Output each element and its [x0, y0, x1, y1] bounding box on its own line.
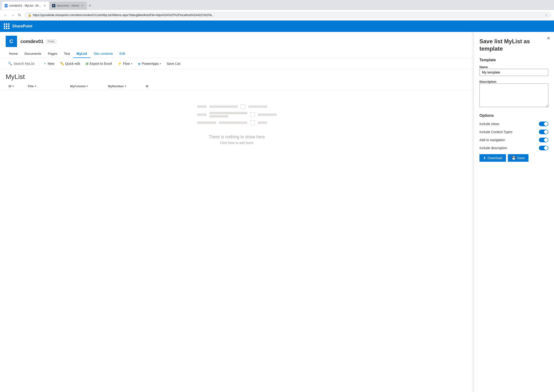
forward-button[interactable]: →: [10, 12, 16, 18]
sk-7: [258, 113, 277, 116]
sk-4: [197, 113, 207, 116]
search-label: Search MyList: [14, 62, 35, 65]
site-header: C comdev01 Public Home Documents Pages T…: [0, 32, 474, 58]
site-initial: C: [9, 38, 13, 44]
template-description-input[interactable]: [479, 84, 548, 107]
option-include-description: Include description: [479, 146, 548, 150]
tab-1[interactable]: SP comdev01 - MyList - All Items ✕: [2, 2, 49, 10]
save-list-label: Save List: [167, 62, 180, 65]
save-label: Save: [517, 156, 525, 160]
waffle-dot: [4, 26, 5, 27]
site-name: comdev01: [20, 39, 43, 44]
url-bar[interactable]: 🔒 https://ypcodelab.sharepoint.com/sites…: [24, 12, 551, 18]
template-section-title: Template: [479, 58, 548, 62]
bookmark-icon[interactable]: ☆: [545, 14, 548, 17]
sk-img-1: [241, 104, 245, 109]
skeleton-rows: [197, 104, 277, 125]
skeleton-row-2: [197, 112, 277, 118]
export-to-excel-button[interactable]: ⊞ Export to Excel: [83, 60, 114, 67]
toggle-knob: [544, 130, 548, 134]
tab1-favicon: SP: [5, 4, 7, 7]
waffle-dot: [8, 23, 9, 25]
options-section-title: Options: [479, 113, 548, 118]
flow-icon: ⚡: [118, 62, 122, 65]
save-template-panel: ✕ Save list MyList as template Template …: [474, 32, 554, 392]
powerapps-chevron-icon: ▾: [160, 63, 161, 65]
waffle-dot: [6, 28, 7, 29]
sk-8: [197, 121, 216, 124]
new-tab-button[interactable]: +: [87, 2, 93, 9]
template-name-input[interactable]: [479, 69, 548, 76]
url-text: https://ypcodelab.sharepoint.com/sites/c…: [33, 14, 544, 17]
toggle-knob: [544, 122, 548, 126]
col-title[interactable]: Title ▾: [25, 83, 67, 90]
quick-edit-label: Quick edit: [65, 62, 80, 65]
waffle-menu[interactable]: [4, 23, 9, 29]
app-container: SharePoint C comdev01 Public: [0, 21, 554, 392]
col-id[interactable]: ID ▾: [6, 83, 25, 90]
save-icon: 💾: [512, 156, 516, 160]
panel-footer: ⬇ Download 💾 Save: [479, 154, 548, 162]
list-title-area: MyList: [0, 69, 474, 83]
include-views-toggle[interactable]: [539, 121, 548, 126]
sort-icon: ▾: [125, 85, 126, 87]
col-m[interactable]: M: [143, 83, 151, 90]
description-label: Description: [479, 80, 496, 84]
waffle-dot: [8, 28, 9, 29]
tab2-title: devcomm - Home: [57, 4, 79, 7]
nav-edit[interactable]: Edit: [116, 50, 129, 58]
nav-test[interactable]: Test: [61, 50, 73, 58]
tab1-close[interactable]: ✕: [43, 4, 46, 8]
col-mycolumn[interactable]: MyColumn ▾: [67, 83, 105, 90]
skeleton-row-1: [197, 104, 277, 109]
tab2-favicon: S: [52, 4, 55, 7]
tab-bar: SP comdev01 - MyList - All Items ✕ S dev…: [0, 0, 554, 10]
download-button[interactable]: ⬇ Download: [479, 154, 506, 162]
sharepoint-logo: SharePoint: [12, 24, 32, 28]
col-mynumber[interactable]: MyNumber ▾: [105, 83, 143, 90]
sk-10: [258, 121, 267, 124]
sort-icon: ▾: [13, 85, 14, 87]
tab2-close[interactable]: ✕: [81, 4, 84, 8]
sk-3: [248, 105, 267, 108]
tab-2[interactable]: S devcomm - Home ✕: [49, 2, 87, 10]
list-table: ID ▾ Title ▾ MyColumn ▾ MyNumber ▾: [0, 83, 474, 159]
search-mylist[interactable]: 🔍 Search MyList: [6, 60, 37, 67]
site-icon: C: [6, 36, 17, 47]
nav-mylist[interactable]: MyList: [73, 50, 90, 58]
include-description-label: Include description: [479, 146, 507, 150]
option-include-views: Include views: [479, 121, 548, 126]
flow-label: Flow: [123, 62, 130, 65]
sk-2: [209, 105, 238, 108]
browser-chrome: SP comdev01 - MyList - All Items ✕ S dev…: [0, 0, 554, 21]
sp-main-content: C comdev01 Public Home Documents Pages T…: [0, 32, 474, 392]
flow-button[interactable]: ⚡ Flow ▾: [115, 60, 135, 67]
lock-icon: 🔒: [28, 14, 31, 17]
nav-site-contents[interactable]: Site contents: [90, 50, 116, 58]
list-header: ID ▾ Title ▾ MyColumn ▾ MyNumber ▾: [0, 83, 474, 90]
nav-pages[interactable]: Pages: [44, 50, 61, 58]
nav-documents[interactable]: Documents: [21, 50, 44, 58]
include-content-types-toggle[interactable]: [539, 130, 548, 134]
back-button[interactable]: ←: [3, 12, 8, 18]
add-to-navigation-toggle[interactable]: [539, 138, 548, 142]
save-list-button[interactable]: Save List: [164, 60, 183, 67]
command-bar: 🔍 Search MyList ＋ New ✏️ Quick edit ⊞ Ex…: [0, 58, 474, 69]
excel-icon: ⊞: [86, 62, 88, 65]
add-to-navigation-label: Add to navigation: [479, 138, 505, 142]
separator: [39, 61, 39, 66]
include-description-toggle[interactable]: [539, 146, 548, 150]
reload-button[interactable]: ↻: [17, 12, 22, 18]
waffle-dot: [4, 23, 5, 25]
quick-edit-button[interactable]: ✏️ Quick edit: [58, 60, 82, 67]
address-bar: ← → ↻ 🔒 https://ypcodelab.sharepoint.com…: [0, 10, 554, 20]
empty-message: There is nothing to show here: [209, 134, 265, 140]
download-label: Download: [488, 156, 502, 160]
powerapps-button[interactable]: ◈ PowerApps ▾: [136, 60, 164, 67]
save-button[interactable]: 💾 Save: [508, 154, 528, 162]
nav-buttons: ← → ↻: [3, 12, 22, 18]
new-button[interactable]: ＋ New: [41, 60, 57, 67]
skeleton-row-3: [197, 120, 277, 125]
panel-close-button[interactable]: ✕: [547, 36, 550, 41]
nav-home[interactable]: Home: [6, 50, 21, 58]
